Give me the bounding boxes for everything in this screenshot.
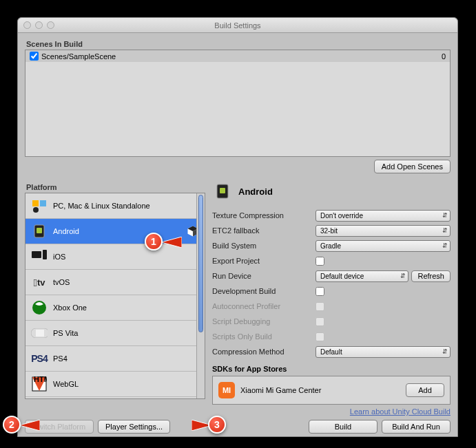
callout-3: 3 bbox=[208, 416, 226, 434]
platform-item-label: PS4 bbox=[53, 354, 68, 363]
sdk-add-button[interactable]: Add bbox=[406, 383, 444, 397]
dev-build-checkbox[interactable] bbox=[315, 287, 324, 296]
svg-rect-16 bbox=[220, 188, 225, 193]
platform-item-xboxone[interactable]: Xbox One bbox=[25, 295, 205, 321]
platform-item-ios[interactable]: iOS bbox=[25, 244, 205, 270]
sdk-box: MI Xiaomi Mi Game Center Add bbox=[212, 376, 451, 405]
export-project-label: Export Project bbox=[212, 257, 315, 265]
callout-1: 1 bbox=[145, 233, 163, 250]
psvita-icon bbox=[31, 325, 48, 341]
scripts-only-checkbox bbox=[315, 332, 324, 341]
cloud-build-link[interactable]: Learn about Unity Cloud Build bbox=[212, 407, 451, 416]
etc2-fallback-select[interactable]: 32-bit bbox=[315, 225, 451, 237]
build-button[interactable]: Build bbox=[309, 420, 377, 434]
script-debug-label: Script Debugging bbox=[212, 317, 315, 326]
window-title: Build Settings bbox=[214, 21, 260, 30]
standalone-icon bbox=[31, 198, 48, 214]
callout-2: 2 bbox=[3, 416, 21, 434]
autoconnect-checkbox bbox=[315, 302, 324, 311]
build-settings-window: Build Settings Scenes In Build Scenes/Sa… bbox=[17, 17, 458, 437]
svg-rect-9 bbox=[43, 250, 47, 259]
run-device-select[interactable]: Default device bbox=[315, 270, 408, 282]
run-device-label: Run Device bbox=[212, 272, 315, 280]
platform-item-label: PC, Mac & Linux Standalone bbox=[53, 202, 150, 210]
settings-header-label: Android bbox=[238, 186, 273, 197]
add-open-scenes-button[interactable]: Add Open Scenes bbox=[374, 160, 451, 173]
platform-item-label: Xbox One bbox=[53, 303, 87, 312]
sdk-item-label: Xiaomi Mi Game Center bbox=[240, 386, 321, 394]
android-icon bbox=[215, 183, 231, 200]
webgl-icon: HTML bbox=[31, 376, 48, 392]
svg-rect-4 bbox=[37, 228, 42, 233]
svg-text:HTML: HTML bbox=[34, 376, 47, 383]
android-icon bbox=[31, 223, 48, 239]
svg-rect-8 bbox=[32, 251, 41, 258]
platform-item-label: Android bbox=[53, 227, 79, 235]
scripts-only-label: Scripts Only Build bbox=[212, 332, 315, 341]
settings-panel: Android Texture Compression Don't overri… bbox=[212, 180, 451, 416]
tvos-icon: tv bbox=[31, 274, 48, 290]
scene-name: Scenes/SampleScene bbox=[41, 52, 116, 61]
build-and-run-button[interactable]: Build And Run bbox=[382, 420, 451, 434]
svg-rect-0 bbox=[32, 200, 39, 206]
texture-compression-label: Texture Compression bbox=[212, 211, 315, 220]
platform-item-label: iOS bbox=[53, 253, 65, 261]
platform-scrollbar[interactable] bbox=[196, 193, 205, 398]
texture-compression-select[interactable]: Don't override bbox=[315, 210, 451, 222]
svg-rect-1 bbox=[40, 200, 46, 206]
script-debug-checkbox bbox=[315, 317, 324, 326]
platform-item-label: WebGL bbox=[53, 380, 79, 388]
autoconnect-label: Autoconnect Profiler bbox=[212, 302, 315, 310]
scene-checkbox[interactable] bbox=[30, 52, 39, 61]
scene-index: 0 bbox=[442, 52, 446, 61]
svg-point-2 bbox=[33, 207, 39, 213]
etc2-fallback-label: ETC2 fallback bbox=[212, 226, 315, 235]
svg-marker-17 bbox=[161, 237, 182, 248]
scenes-label: Scenes In Build bbox=[26, 40, 451, 48]
close-icon[interactable] bbox=[23, 21, 31, 29]
export-project-checkbox[interactable] bbox=[315, 257, 324, 266]
platform-item-webgl[interactable]: HTML WebGL bbox=[25, 372, 205, 397]
titlebar[interactable]: Build Settings bbox=[18, 18, 457, 33]
platform-list[interactable]: PC, Mac & Linux Standalone Android bbox=[25, 193, 205, 399]
platform-item-psvita[interactable]: PS Vita bbox=[25, 321, 205, 346]
zoom-icon[interactable] bbox=[47, 21, 54, 29]
platform-item-standalone[interactable]: PC, Mac & Linux Standalone bbox=[25, 193, 205, 219]
platform-item-tvos[interactable]: tv tvOS bbox=[25, 270, 205, 295]
dev-build-label: Development Build bbox=[212, 287, 315, 295]
scenes-list[interactable]: Scenes/SampleScene 0 bbox=[25, 50, 451, 157]
compression-select[interactable]: Default bbox=[315, 346, 451, 358]
svg-rect-12 bbox=[36, 330, 44, 337]
xiaomi-icon: MI bbox=[218, 382, 235, 398]
build-system-label: Build System bbox=[212, 242, 315, 250]
xbox-icon bbox=[31, 299, 48, 316]
build-system-select[interactable]: Gradle bbox=[315, 240, 451, 252]
ios-icon bbox=[31, 248, 48, 265]
bottom-button-row: Switch Platform Player Settings... Build… bbox=[25, 420, 451, 434]
platform-item-ps4[interactable]: PS4 PS4 bbox=[25, 346, 205, 372]
compression-label: Compression Method bbox=[212, 348, 315, 356]
svg-marker-18 bbox=[19, 420, 40, 431]
platform-item-label: tvOS bbox=[53, 278, 70, 286]
ps4-icon: PS4 bbox=[31, 350, 48, 367]
scene-row[interactable]: Scenes/SampleScene 0 bbox=[25, 50, 450, 62]
player-settings-button[interactable]: Player Settings... bbox=[98, 420, 170, 434]
platform-label: Platform bbox=[26, 183, 205, 191]
minimize-icon[interactable] bbox=[35, 21, 43, 29]
window-controls bbox=[23, 21, 54, 29]
platform-item-label: PS Vita bbox=[53, 329, 79, 337]
refresh-button[interactable]: Refresh bbox=[411, 270, 451, 282]
sdk-title: SDKs for App Stores bbox=[212, 365, 451, 373]
